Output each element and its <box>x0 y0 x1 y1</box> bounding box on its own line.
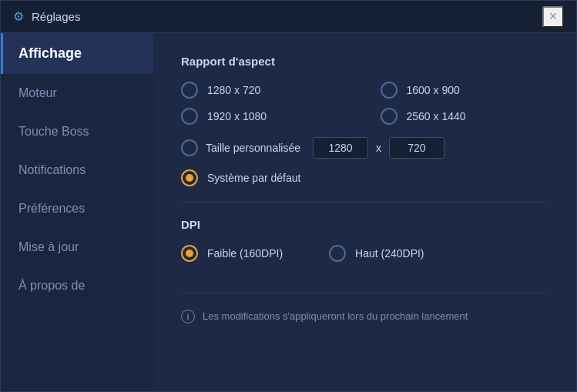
info-row: i Les modifications s'appliqueront lors … <box>181 293 548 324</box>
radio-label-1600x900: 1600 x 900 <box>407 84 460 96</box>
sidebar-item-mise-a-jour[interactable]: Mise à jour <box>1 228 153 266</box>
info-icon: i <box>181 310 195 323</box>
radio-circle-custom[interactable] <box>181 139 198 156</box>
radio-2560x1440[interactable]: 2560 x 1440 <box>381 108 549 125</box>
radio-circle-system-default <box>181 169 198 186</box>
custom-size-label: Taille personnalisée <box>206 142 300 154</box>
radio-label-system-default: Système par défaut <box>207 172 300 184</box>
radio-system-default[interactable]: Système par défaut <box>181 169 548 186</box>
radio-1920x1080[interactable]: 1920 x 1080 <box>181 108 350 125</box>
custom-size-row: Taille personnalisée x <box>181 137 548 159</box>
custom-height-input[interactable] <box>389 137 444 159</box>
aspect-ratio-title: Rapport d'aspect <box>181 55 548 68</box>
x-separator: x <box>376 142 381 154</box>
content-area: Rapport d'aspect 1280 x 720 1600 x 900 1… <box>153 33 576 391</box>
window-title: Réglages <box>32 10 80 23</box>
radio-dpi-low[interactable]: Faible (160DPI) <box>181 245 283 262</box>
sidebar: Affichage Moteur Touche Boss Notificatio… <box>1 33 153 391</box>
radio-circle-2560x1440 <box>381 108 398 125</box>
sidebar-item-touche-boss[interactable]: Touche Boss <box>1 112 153 151</box>
radio-label-2560x1440: 2560 x 1440 <box>407 110 466 122</box>
radio-circle-dpi-high <box>329 245 346 262</box>
radio-label-dpi-low: Faible (160DPI) <box>207 247 283 260</box>
dpi-options: Faible (160DPI) Haut (240DPI) <box>181 245 548 262</box>
gear-icon: ⚙ <box>13 9 24 24</box>
sidebar-item-preferences[interactable]: Préférences <box>1 189 153 228</box>
radio-circle-1280x720 <box>181 82 198 99</box>
sidebar-item-moteur[interactable]: Moteur <box>1 74 153 112</box>
custom-width-input[interactable] <box>313 137 368 159</box>
radio-dpi-high[interactable]: Haut (240DPI) <box>329 245 424 262</box>
title-bar: ⚙ Réglages × <box>1 1 576 33</box>
radio-label-dpi-high: Haut (240DPI) <box>355 247 424 260</box>
sidebar-item-notifications[interactable]: Notifications <box>1 151 153 189</box>
radio-circle-1920x1080 <box>181 108 198 125</box>
main-content: Affichage Moteur Touche Boss Notificatio… <box>1 33 576 391</box>
sidebar-item-affichage[interactable]: Affichage <box>1 33 153 74</box>
radio-circle-dpi-low <box>181 245 198 262</box>
radio-circle-1600x900 <box>381 82 398 99</box>
settings-window: ⚙ Réglages × Affichage Moteur Touche Bos… <box>0 0 577 392</box>
title-bar-left: ⚙ Réglages <box>13 9 80 24</box>
close-button[interactable]: × <box>542 6 564 28</box>
sidebar-item-a-propos[interactable]: À propos de <box>1 266 153 305</box>
radio-1280x720[interactable]: 1280 x 720 <box>181 82 350 99</box>
aspect-ratio-options: 1280 x 720 1600 x 900 1920 x 1080 2560 x… <box>181 82 548 125</box>
section-separator <box>181 202 548 203</box>
info-text: Les modifications s'appliqueront lors du… <box>203 309 468 324</box>
dpi-title: DPI <box>181 218 548 231</box>
radio-1600x900[interactable]: 1600 x 900 <box>381 82 549 99</box>
radio-label-1280x720: 1280 x 720 <box>207 84 260 96</box>
radio-label-1920x1080: 1920 x 1080 <box>207 110 267 122</box>
